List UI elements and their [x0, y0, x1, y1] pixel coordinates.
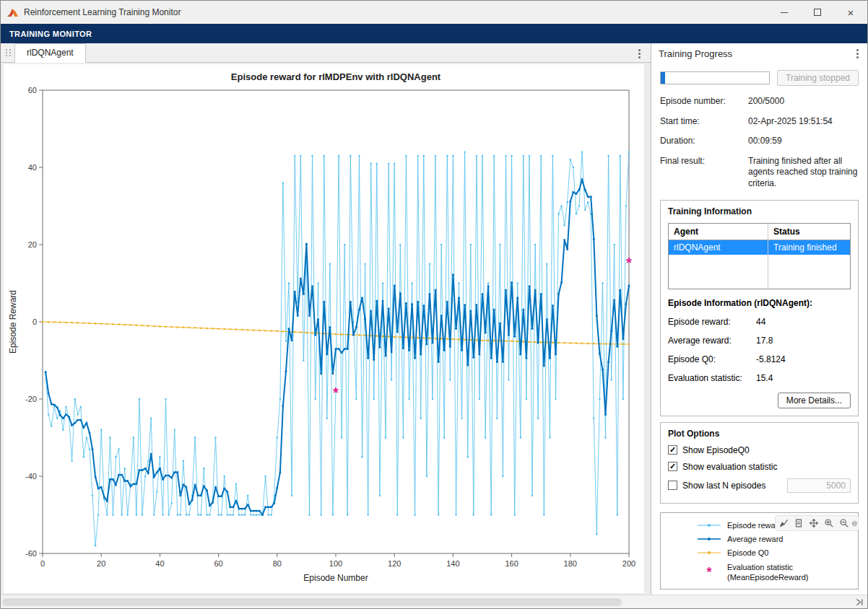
field-label: Duration: — [660, 136, 748, 147]
group-title: Training Information — [668, 206, 851, 216]
collapse-panel-icon[interactable] — [855, 597, 864, 607]
window-title: Reinforcement Learning Training Monitor — [24, 7, 181, 17]
svg-text:*: * — [333, 385, 339, 400]
minimize-button[interactable] — [768, 1, 801, 24]
field-label: Episode Q0: — [668, 354, 756, 364]
legend-label: Episode Q0 — [727, 548, 768, 557]
field-value: 02-Apr-2025 19:51:54 — [748, 116, 859, 128]
svg-text:60: 60 — [214, 559, 222, 568]
tab-grip-icon — [1, 49, 14, 62]
training-information-group: Training Information Agent rlDQNAgent St… — [660, 200, 859, 416]
svg-text:-40: -40 — [25, 472, 37, 481]
chart-canvas[interactable]: 020406080100120140160180200-60-40-200204… — [4, 64, 644, 593]
svg-text:200: 200 — [622, 559, 635, 568]
field-value: 00:09:59 — [748, 136, 859, 147]
legend-label: Episode reward — [727, 521, 782, 530]
svg-text:160: 160 — [505, 559, 518, 568]
figure-area: 020406080100120140160180200-60-40-200204… — [1, 63, 651, 595]
brush-icon[interactable] — [776, 516, 791, 530]
legend-sample-line — [697, 522, 721, 529]
progress-row: Training stopped — [660, 70, 859, 86]
minimize-icon — [781, 12, 788, 13]
legend-label: Average reward — [727, 535, 783, 543]
legend-sample-line — [697, 535, 721, 543]
svg-text:40: 40 — [155, 559, 164, 568]
svg-text:-60: -60 — [25, 549, 37, 558]
zoom-out-icon[interactable] — [836, 516, 851, 530]
svg-text:-20: -20 — [25, 395, 37, 403]
maximize-icon — [814, 9, 821, 16]
run-info: Episode number: 200/5000 Start time: 02-… — [660, 96, 859, 190]
episode-reward-chart: 020406080100120140160180200-60-40-200204… — [6, 66, 644, 590]
app-window: Reinforcement Learning Training Monitor … — [0, 0, 868, 609]
table-row-status[interactable]: Training finished — [768, 240, 850, 255]
title-bar: Reinforcement Learning Training Monitor … — [1, 1, 867, 24]
checkbox-label: Show EpisodeQ0 — [682, 445, 750, 455]
matlab-logo-icon — [6, 7, 19, 18]
svg-text:Episode Number: Episode Number — [303, 573, 368, 583]
svg-text:60: 60 — [28, 86, 37, 95]
tab-training-monitor[interactable]: TRAINING MONITOR — [1, 30, 100, 38]
panel-kebab-icon[interactable] — [854, 48, 862, 60]
field-label: Final result: — [660, 156, 748, 190]
svg-text:180: 180 — [564, 559, 577, 568]
field-label: Start time: — [660, 116, 748, 128]
training-progress-panel: Training Progress Training stopped Episo… — [651, 43, 867, 595]
column-header-status: Status — [768, 224, 850, 240]
zoom-in-icon[interactable] — [821, 516, 836, 530]
episode-info: Episode reward: 44 Average reward: 17.8 … — [668, 317, 851, 383]
agent-status-table: Agent rlDQNAgent Status Training finishe… — [668, 223, 851, 289]
toolstrip: TRAINING MONITOR — [1, 24, 867, 43]
panel-header: Training Progress — [651, 43, 867, 63]
field-label: Episode reward: — [668, 317, 756, 327]
export-icon[interactable] — [791, 516, 806, 530]
table-row-agent[interactable]: rlDQNAgent — [669, 240, 768, 255]
horizontal-scrollbar[interactable] — [2, 598, 622, 606]
svg-text:Episode Reward: Episode Reward — [8, 290, 18, 354]
axes-toolbar — [775, 515, 859, 531]
svg-text:100: 100 — [329, 559, 342, 568]
n-episodes-input[interactable] — [787, 478, 851, 493]
training-stopped-button[interactable]: Training stopped — [777, 70, 859, 86]
checkbox-label: Show last N episodes — [682, 481, 765, 491]
checkbox-show-last-n-episodes[interactable] — [668, 481, 677, 490]
field-label: Evaluation statistic: — [668, 373, 756, 383]
legend-label: (MeanEpisodeReward) — [727, 573, 809, 582]
pan-icon[interactable] — [806, 516, 821, 530]
tab-rldqnagent[interactable]: rlDQNAgent — [14, 43, 86, 63]
svg-text:20: 20 — [28, 240, 37, 249]
field-value: -5.8124 — [756, 354, 851, 364]
document-kebab-icon[interactable] — [635, 48, 643, 60]
checkbox-label: Show evaluation statistic — [682, 462, 777, 472]
asterisk-marker-icon: * — [697, 569, 721, 576]
field-value: 44 — [756, 317, 851, 327]
legend-item-average-reward: Average reward — [661, 535, 854, 543]
svg-text:0: 0 — [32, 317, 37, 326]
plot-options-group: Plot Options Show EpisodeQ0 Show evaluat… — [660, 422, 859, 504]
field-label: Average reward: — [668, 336, 756, 346]
maximize-button[interactable] — [801, 1, 834, 24]
field-value: 200/5000 — [748, 96, 859, 108]
restore-view-icon[interactable] — [851, 516, 858, 530]
field-label: Episode number: — [660, 96, 748, 108]
field-value: 17.8 — [756, 336, 851, 346]
svg-text:80: 80 — [273, 559, 282, 568]
svg-text:120: 120 — [388, 559, 401, 568]
close-icon: × — [848, 7, 854, 18]
chart-legend: Episode reward Average reward Episode Q0 — [660, 512, 859, 590]
window-controls: × — [768, 1, 867, 24]
episode-info-title: Episode Information (rlDQNAgent): — [668, 298, 851, 308]
legend-item-evaluation-statistic: * Evaluation statistic (MeanEpisodeRewar… — [661, 562, 854, 583]
checkbox-show-evaluation-statistic[interactable] — [668, 462, 677, 471]
more-details-button[interactable]: More Details... — [778, 393, 851, 408]
progress-fill — [661, 72, 665, 84]
field-value: 15.4 — [756, 373, 851, 383]
group-title: Plot Options — [668, 429, 851, 439]
panel-body: Training stopped Episode number: 200/500… — [651, 63, 867, 595]
svg-text:*: * — [626, 255, 632, 271]
svg-text:Episode reward for rlMDPEnv wi: Episode reward for rlMDPEnv with rlDQNAg… — [231, 71, 441, 82]
legend-label: Evaluation statistic — [727, 563, 793, 571]
svg-text:140: 140 — [446, 559, 459, 568]
checkbox-show-episodeq0[interactable] — [668, 445, 677, 455]
close-button[interactable]: × — [834, 1, 867, 24]
